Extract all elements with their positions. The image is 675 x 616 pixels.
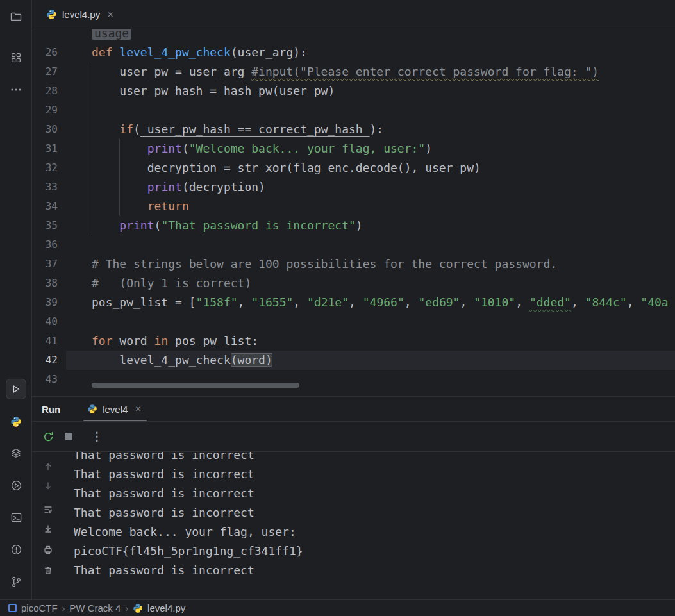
line-number: 33: [32, 178, 58, 197]
play-circle-icon[interactable]: [7, 476, 25, 494]
code-text: print("That password is incorrect"): [92, 216, 363, 235]
console-output: That password is incorrectThat password …: [74, 452, 303, 580]
code-line[interactable]: usage: [32, 29, 675, 43]
up-arrow-icon[interactable]: [43, 462, 53, 472]
terminal-icon[interactable]: [7, 508, 25, 526]
close-icon[interactable]: ✕: [105, 9, 115, 21]
code-line[interactable]: 31 print("Welcome back... your flag, use…: [32, 139, 675, 158]
rerun-icon[interactable]: [43, 431, 54, 442]
tool-window-sidebar: [0, 0, 32, 599]
line-number: 37: [32, 254, 58, 274]
active-tab-indicator: [83, 420, 147, 421]
code-line[interactable]: 30 if( user_pw_hash == correct_pw_hash )…: [32, 120, 675, 139]
run-console[interactable]: That password is incorrectThat password …: [32, 452, 675, 599]
run-tab-level4[interactable]: level4 ✕: [79, 397, 151, 421]
breadcrumb-project[interactable]: picoCTF: [21, 603, 58, 613]
more-tool-windows-icon[interactable]: [7, 81, 25, 99]
code-text: print(decryption): [92, 178, 265, 197]
horizontal-scrollbar[interactable]: [92, 383, 299, 388]
console-line: That password is incorrect: [74, 452, 303, 465]
line-number: 42: [32, 351, 58, 370]
code-line[interactable]: 36: [32, 235, 675, 254]
code-line[interactable]: 37# The strings below are 100 possibilit…: [32, 254, 675, 274]
tab-level4py[interactable]: level4.py ✕: [37, 0, 124, 29]
code-text: level_4_pw_check(word): [92, 351, 272, 370]
code-line[interactable]: 27 user_pw = user_arg #input("Please ent…: [32, 62, 675, 81]
line-number: 40: [32, 312, 58, 331]
run-toolbar: ⋮: [32, 422, 675, 452]
line-number: 43: [32, 370, 58, 389]
line-number: 31: [32, 139, 58, 158]
code-line[interactable]: 26def level_4_pw_check(user_arg):: [32, 43, 675, 62]
code-line[interactable]: 40: [32, 312, 675, 331]
python-file-icon: [133, 603, 143, 613]
run-tool-window-title: Run: [42, 404, 60, 415]
line-number: 39: [32, 293, 58, 312]
code-text: if( user_pw_hash == correct_pw_hash ):: [92, 120, 383, 139]
code-line[interactable]: 42 level_4_pw_check(word): [32, 351, 675, 370]
code-text: decryption = str_xor(flag_enc.decode(), …: [92, 158, 481, 178]
structure-icon[interactable]: [7, 49, 25, 67]
code-line[interactable]: 38# (Only 1 is correct): [32, 274, 675, 293]
console-line: That password is incorrect: [74, 484, 303, 503]
line-number: 28: [32, 81, 58, 101]
services-icon[interactable]: [7, 444, 25, 462]
line-number: 38: [32, 274, 58, 293]
code-text: pos_pw_list = ["158f", "1655", "d21e", "…: [92, 293, 669, 312]
line-number: 35: [32, 216, 58, 235]
code-text: user_pw = user_arg #input("Please enter …: [92, 62, 599, 81]
line-number: 34: [32, 197, 58, 216]
line-number: 29: [32, 101, 58, 120]
code-editor[interactable]: usage26def level_4_pw_check(user_arg):27…: [32, 29, 675, 396]
version-control-icon[interactable]: [7, 572, 25, 590]
code-line[interactable]: 33 print(decryption): [32, 178, 675, 197]
code-text: print("Welcome back... your flag, user:"…: [92, 139, 432, 158]
code-line[interactable]: 35 print("That password is incorrect"): [32, 216, 675, 235]
status-bar: picoCTF › PW Crack 4 › level4.py: [0, 599, 675, 616]
run-tool-window-header: Run level4 ✕: [32, 396, 675, 422]
python-file-icon: [46, 9, 57, 20]
code-text: user_pw_hash = hash_pw(user_pw): [92, 81, 335, 101]
line-number: 26: [32, 43, 58, 62]
close-icon[interactable]: ✕: [133, 403, 143, 415]
code-text: for word in pos_pw_list:: [92, 331, 258, 351]
python-console-icon[interactable]: [7, 413, 25, 431]
chevron-right-icon: ›: [62, 603, 65, 613]
console-line: picoCTF{fl45h_5pr1ng1ng_cf341ff1}: [74, 542, 303, 561]
breadcrumb-file[interactable]: level4.py: [147, 603, 185, 613]
code-line[interactable]: 32 decryption = str_xor(flag_enc.decode(…: [32, 158, 675, 178]
clear-trash-icon[interactable]: [43, 565, 53, 576]
code-text: def level_4_pw_check(user_arg):: [92, 43, 307, 62]
breadcrumb-folder[interactable]: PW Crack 4: [69, 603, 121, 613]
problems-icon[interactable]: [7, 540, 25, 558]
code-text: # (Only 1 is correct): [92, 274, 251, 293]
scroll-to-end-icon[interactable]: [43, 524, 53, 534]
console-line: That password is incorrect: [74, 465, 303, 484]
code-line[interactable]: 28 user_pw_hash = hash_pw(user_pw): [32, 81, 675, 101]
stop-icon[interactable]: [64, 432, 73, 441]
line-number: 32: [32, 158, 58, 178]
chevron-right-icon: ›: [125, 603, 128, 613]
tab-title: level4.py: [62, 9, 100, 20]
python-file-icon: [87, 404, 97, 414]
code-line[interactable]: 34 return: [32, 197, 675, 216]
line-number: 36: [32, 235, 58, 254]
project-icon: [8, 604, 17, 612]
run-tab-title: level4: [103, 404, 128, 415]
console-line: That password is incorrect: [74, 503, 303, 522]
code-text: usage: [92, 29, 131, 43]
soft-wrap-icon[interactable]: [43, 504, 53, 515]
editor-tab-bar: level4.py ✕: [32, 0, 675, 29]
run-icon[interactable]: [6, 379, 26, 399]
code-text: return: [92, 197, 189, 216]
console-line: That password is incorrect: [74, 561, 303, 580]
print-icon[interactable]: [43, 545, 53, 555]
project-folder-icon[interactable]: [7, 8, 25, 26]
code-text: # The strings below are 100 possibilitie…: [92, 254, 557, 274]
down-arrow-icon[interactable]: [43, 481, 53, 491]
code-line[interactable]: 41for word in pos_pw_list:: [32, 331, 675, 351]
more-options-icon[interactable]: ⋮: [91, 429, 103, 444]
line-number: 27: [32, 62, 58, 81]
code-line[interactable]: 39pos_pw_list = ["158f", "1655", "d21e",…: [32, 293, 675, 312]
code-line[interactable]: 29: [32, 101, 675, 120]
